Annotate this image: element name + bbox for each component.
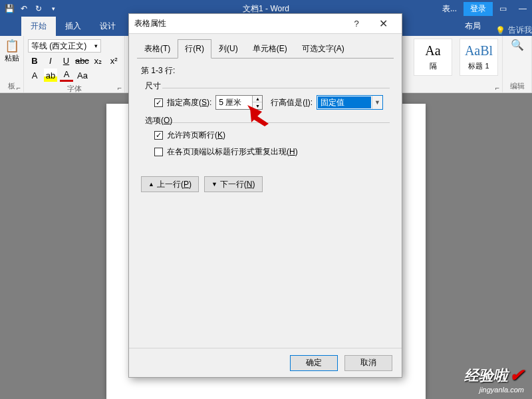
dialog-tabs: 表格(T) 行(R) 列(U) 单元格(E) 可选文字(A)	[129, 34, 402, 59]
next-row-label: 下一行(N)	[220, 179, 255, 190]
watermark: 经验啦 ✔ jingyanla.com	[464, 365, 524, 394]
height-spinner[interactable]: ▲ ▼	[215, 95, 263, 110]
prev-row-button[interactable]: ▲ 上一行(P)	[141, 176, 199, 192]
spin-up-icon[interactable]: ▲	[253, 96, 262, 102]
dialog-launcher-icon[interactable]: ⌐	[494, 84, 501, 91]
table-properties-dialog: 表格属性 ? ✕ 表格(T) 行(R) 列(U) 单元格(E) 可选文字(A) …	[128, 13, 402, 378]
row-height-is-label: 行高值是(I):	[271, 97, 313, 108]
close-button[interactable]: ✕	[370, 14, 396, 34]
size-section-label: 尺寸	[145, 80, 390, 92]
font-group-label: 字体	[28, 84, 120, 94]
spin-down-icon[interactable]: ▼	[253, 102, 262, 109]
login-button[interactable]: 登录	[464, 2, 493, 16]
ribbon-display-icon[interactable]: ▭	[494, 3, 512, 15]
tab-layout[interactable]: 布局	[456, 17, 490, 36]
specify-height-label: 指定高度(S):	[167, 97, 211, 108]
allow-break-checkbox[interactable]: ✓	[154, 131, 163, 140]
watermark-text: 经验啦	[464, 366, 508, 386]
dialog-body: 第 1-3 行: 尺寸 ✓ 指定高度(S): ▲ ▼ 行高值是(I): 固定值 …	[129, 59, 402, 348]
prev-row-label: 上一行(P)	[157, 179, 192, 190]
rows-range-label: 第 1-3 行:	[141, 65, 390, 76]
table-context-tab[interactable]: 表...	[437, 2, 462, 16]
dlg-tab-table[interactable]: 表格(T)	[137, 39, 178, 59]
repeat-header-checkbox[interactable]	[154, 148, 163, 156]
triangle-down-icon: ▼	[211, 181, 217, 188]
edit-group-label: 编辑	[510, 81, 525, 91]
text-effects-button[interactable]: A	[28, 68, 41, 82]
row-height-mode-select[interactable]: 固定值 ▼	[317, 95, 383, 110]
style-heading1[interactable]: AaBl 标题 1	[460, 39, 498, 76]
triangle-up-icon: ▲	[148, 181, 154, 188]
options-section-label: 选项(O)	[145, 115, 390, 126]
char-shading-button[interactable]: Aa	[76, 68, 89, 82]
clipboard-icon: 📋	[4, 39, 19, 53]
tell-me-label: 告诉我	[508, 25, 532, 36]
undo-icon[interactable]: ↶	[19, 3, 29, 14]
highlight-button[interactable]: ab	[44, 68, 57, 82]
specify-height-checkbox[interactable]: ✓	[154, 98, 163, 107]
dialog-launcher-icon[interactable]: ⌐	[116, 84, 123, 91]
dlg-tab-row[interactable]: 行(R)	[178, 39, 211, 59]
redo-icon[interactable]: ↻	[33, 3, 44, 14]
ok-button[interactable]: 确定	[290, 355, 338, 371]
strike-button[interactable]: abc	[75, 54, 88, 67]
style-preview: Aa	[425, 43, 440, 59]
minimize-icon[interactable]: —	[513, 3, 532, 15]
row-height-mode-value: 固定值	[318, 96, 371, 108]
style-preview: AaBl	[465, 43, 493, 59]
paste-button[interactable]: 📋 粘贴	[4, 39, 19, 63]
font-name-combo[interactable]: 等线 (西文正文) ▾	[28, 39, 101, 53]
superscript-button[interactable]: x²	[107, 54, 120, 67]
next-row-button[interactable]: ▼ 下一行(N)	[204, 176, 263, 192]
tab-insert[interactable]: 插入	[56, 17, 90, 36]
save-icon[interactable]: 💾	[4, 3, 15, 14]
dlg-tab-column[interactable]: 列(U)	[211, 39, 245, 59]
allow-break-label: 允许跨页断行(K)	[167, 130, 225, 141]
dlg-tab-cell[interactable]: 单元格(E)	[245, 39, 295, 59]
chevron-down-icon: ▼	[372, 96, 382, 109]
cancel-button[interactable]: 取消	[344, 355, 392, 371]
style-h1-label: 标题 1	[468, 61, 489, 71]
dlg-tab-alt[interactable]: 可选文字(A)	[295, 39, 352, 59]
doc-title: 文档1 - Word	[243, 3, 289, 15]
check-icon: ✔	[509, 365, 524, 386]
style-normal-label: 隔	[430, 61, 437, 71]
qat-more-icon[interactable]: ▾	[48, 3, 59, 14]
underline-button[interactable]: U	[60, 54, 73, 67]
style-normal[interactable]: Aa 隔	[414, 39, 452, 76]
font-name-value: 等线 (西文正文)	[31, 41, 86, 52]
bold-button[interactable]: B	[28, 54, 41, 67]
help-button[interactable]: ?	[343, 14, 370, 34]
repeat-header-label: 在各页顶端以标题行形式重复出现(H)	[167, 146, 298, 158]
tab-home[interactable]: 开始	[21, 17, 56, 36]
height-input[interactable]	[216, 96, 252, 109]
dialog-launcher-icon[interactable]: ⌐	[15, 84, 22, 91]
tab-design[interactable]: 设计	[90, 17, 125, 36]
italic-button[interactable]: I	[44, 54, 57, 67]
dialog-titlebar: 表格属性 ? ✕	[129, 14, 402, 34]
dialog-title: 表格属性	[134, 18, 343, 29]
watermark-url: jingyanla.com	[464, 386, 524, 394]
paste-label: 粘贴	[4, 53, 19, 63]
chevron-down-icon: ▾	[94, 43, 98, 49]
dialog-footer: 确定 取消	[129, 348, 402, 377]
tell-me[interactable]: 💡 告诉我	[495, 25, 532, 36]
subscript-button[interactable]: x₂	[91, 54, 104, 67]
find-icon[interactable]: 🔍	[511, 39, 524, 51]
bulb-icon: 💡	[495, 26, 505, 35]
font-color-button[interactable]: A	[60, 68, 73, 82]
